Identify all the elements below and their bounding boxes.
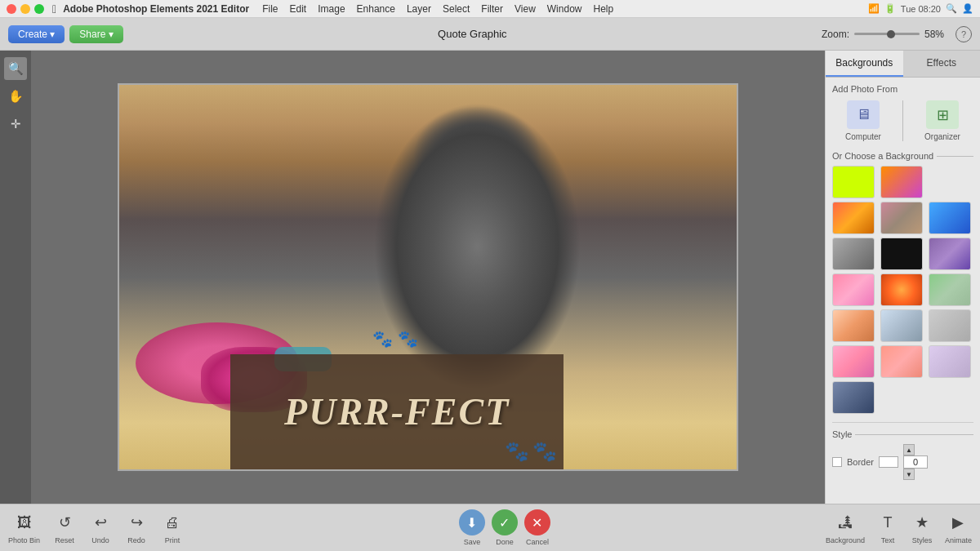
- animate-tool[interactable]: ▶ Animate: [945, 511, 972, 544]
- canvas-wrapper[interactable]: 🐾 🐾 Purr-fect 🐾 🐾: [118, 83, 738, 471]
- styles-label: Styles: [912, 536, 933, 544]
- bg-thumb-18[interactable]: [832, 381, 875, 414]
- tab-effects[interactable]: Effects: [903, 51, 981, 77]
- redo-label: Redo: [127, 536, 145, 544]
- close-button[interactable]: [7, 4, 16, 14]
- banner-paw-prints: 🐾 🐾: [505, 440, 557, 463]
- organizer-label: Organizer: [924, 132, 960, 141]
- background-grid: [832, 166, 973, 414]
- cancel-label: Cancel: [526, 538, 549, 546]
- menu-view[interactable]: View: [510, 3, 541, 15]
- redo-tool[interactable]: ↪ Redo: [125, 511, 148, 544]
- bg-thumb-7[interactable]: [880, 238, 923, 270]
- traffic-lights: [7, 4, 44, 14]
- bg-thumb-10[interactable]: [880, 273, 923, 306]
- border-value[interactable]: 0: [903, 455, 928, 469]
- border-value-spinbox: ▲ 0 ▼: [903, 444, 928, 480]
- text-label: Text: [881, 536, 895, 544]
- maximize-button[interactable]: [34, 4, 44, 14]
- done-label: Done: [496, 538, 514, 546]
- menu-bar:  Adobe Photoshop Elements 2021 Editor F…: [0, 0, 980, 18]
- bg-thumb-4[interactable]: [880, 202, 923, 234]
- print-label: Print: [165, 536, 180, 544]
- share-button[interactable]: Share ▾: [69, 25, 122, 43]
- undo-icon: ↩: [89, 511, 112, 534]
- system-tray: 📶 🔋 Tue 08:20 🔍 👤: [868, 3, 973, 14]
- border-checkbox[interactable]: [832, 457, 842, 467]
- bg-thumb-11[interactable]: [929, 273, 971, 306]
- text-tool[interactable]: T Text: [876, 511, 899, 544]
- computer-label: Computer: [845, 132, 881, 141]
- photo-bin-label: Photo Bin: [8, 536, 40, 544]
- menu-filter[interactable]: Filter: [476, 3, 508, 15]
- styles-tool[interactable]: ★ Styles: [911, 511, 933, 544]
- reset-tool[interactable]: ↺ Reset: [53, 511, 76, 544]
- border-label: Border: [847, 457, 874, 467]
- styles-icon: ★: [911, 511, 933, 534]
- tab-backgrounds[interactable]: Backgrounds: [826, 51, 903, 77]
- background-tool[interactable]: 🏞 Background: [826, 511, 865, 544]
- menu-edit[interactable]: Edit: [285, 3, 312, 15]
- add-photo-section: Add Photo From 🖥 Computer ⊞ Organizer: [832, 84, 973, 141]
- menu-help[interactable]: Help: [588, 3, 618, 15]
- done-button[interactable]: ✓ Done: [492, 509, 518, 546]
- bg-thumb-14[interactable]: [929, 309, 971, 342]
- photo-source-organizer[interactable]: ⊞ Organizer: [911, 100, 973, 141]
- border-increment[interactable]: ▲: [903, 444, 915, 455]
- save-button[interactable]: ⬇ Save: [459, 509, 485, 546]
- add-photo-title: Add Photo From: [832, 84, 973, 94]
- bg-thumb-1[interactable]: [832, 166, 875, 198]
- bottom-center-actions: ⬇ Save ✓ Done ✕ Cancel: [459, 509, 550, 546]
- create-button[interactable]: Create ▾: [8, 25, 65, 43]
- bg-thumb-13[interactable]: [880, 309, 923, 342]
- move-tool[interactable]: ✛: [4, 113, 27, 136]
- undo-tool[interactable]: ↩ Undo: [89, 511, 112, 544]
- banner-text: Purr-fect: [284, 390, 510, 433]
- document-title: Quote Graphic: [123, 28, 822, 40]
- menu-image[interactable]: Image: [313, 3, 350, 15]
- hand-tool[interactable]: ✋: [4, 85, 27, 108]
- right-tabs: Backgrounds Effects: [826, 51, 980, 78]
- zoom-value: 58%: [924, 29, 944, 40]
- menu-select[interactable]: Select: [438, 3, 474, 15]
- organizer-icon: ⊞: [926, 100, 959, 129]
- animate-label: Animate: [945, 536, 972, 544]
- menu-window[interactable]: Window: [542, 3, 587, 15]
- bg-thumb-6[interactable]: [832, 238, 875, 270]
- minimize-button[interactable]: [20, 4, 30, 14]
- main-layout: 🔍 ✋ ✛ 🐾 🐾: [0, 51, 980, 504]
- source-divider: [902, 100, 903, 141]
- zoom-tool[interactable]: 🔍: [4, 57, 27, 80]
- help-button[interactable]: ?: [956, 26, 972, 42]
- panel-content: Add Photo From 🖥 Computer ⊞ Organizer Or…: [826, 78, 980, 504]
- redo-icon: ↪: [125, 511, 148, 534]
- bg-thumb-3[interactable]: [832, 202, 875, 234]
- border-decrement[interactable]: ▼: [903, 469, 915, 480]
- bg-thumb-8[interactable]: [929, 238, 971, 270]
- photo-bin-tool[interactable]: 🖼 Photo Bin: [8, 511, 40, 544]
- background-icon: 🏞: [834, 511, 857, 534]
- bg-thumb-2[interactable]: [880, 166, 923, 198]
- cancel-button[interactable]: ✕ Cancel: [524, 509, 550, 546]
- bg-thumb-15[interactable]: [832, 345, 875, 378]
- apple-logo: : [52, 2, 56, 16]
- bg-thumb-16[interactable]: [880, 345, 923, 378]
- bg-thumb-9[interactable]: [832, 273, 875, 306]
- cancel-icon: ✕: [524, 509, 550, 535]
- photo-bin-icon: 🖼: [13, 511, 36, 534]
- bottom-left-tools: 🖼 Photo Bin ↺ Reset ↩ Undo ↪ Redo 🖨 Prin…: [8, 511, 184, 544]
- canvas-area: 🐾 🐾 Purr-fect 🐾 🐾: [31, 51, 825, 504]
- print-tool[interactable]: 🖨 Print: [161, 511, 184, 544]
- menu-file[interactable]: File: [257, 3, 283, 15]
- border-color-swatch[interactable]: [879, 456, 898, 468]
- zoom-slider[interactable]: [854, 33, 920, 35]
- bg-thumb-5[interactable]: [929, 202, 971, 234]
- bg-thumb-17[interactable]: [929, 345, 971, 378]
- menu-layer[interactable]: Layer: [402, 3, 436, 15]
- text-banner[interactable]: Purr-fect 🐾 🐾: [230, 354, 564, 469]
- photo-source-computer[interactable]: 🖥 Computer: [832, 100, 894, 141]
- secondary-toolbar: Create ▾ Share ▾ Quote Graphic Zoom: 58%…: [0, 18, 980, 51]
- menu-enhance[interactable]: Enhance: [352, 3, 400, 15]
- bg-thumb-12[interactable]: [832, 309, 875, 342]
- style-header: Style: [832, 429, 973, 439]
